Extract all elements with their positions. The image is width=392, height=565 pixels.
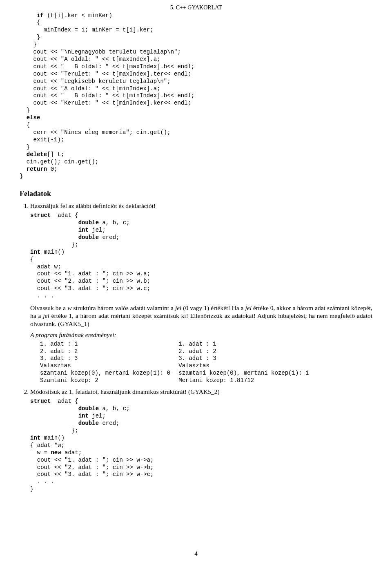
page-header: 5. C++ GYAKORLAT [20, 4, 372, 11]
text-fragment: (0 vagy 1) értékét! Ha a [181, 304, 245, 311]
page: 5. C++ GYAKORLAT if (t[i].ker < minKer) … [0, 0, 392, 565]
task-2-intro: Módosítsuk az 1. feladatot, használjunk … [30, 388, 220, 395]
task-1-output-right: 1. adat : 1 2. adat : 2 3. adat : 3 Vala… [178, 341, 309, 384]
section-heading: Feladatok [20, 189, 372, 199]
code-block-task1: struct adat { double a, b, c; int jel; d… [30, 212, 372, 300]
task-1-output-left: 1. adat : 1 2. adat : 2 3. adat : 3 Vala… [40, 341, 170, 384]
page-number: 4 [0, 550, 392, 558]
code-block-top: if (t[i].ker < minKer) { minIndex = i; m… [20, 12, 372, 181]
text-fragment: Olvassuk be a [30, 304, 67, 311]
italic-var: jel [43, 312, 49, 319]
task-1-run-caption: A program futásának eredményei: [30, 331, 372, 339]
text-fragment: értéke 1, a három adat mértani közepét s… [30, 312, 372, 327]
task-1: Használjuk fel az alábbi definíciót és d… [30, 202, 372, 384]
task-2: Módosítsuk az 1. feladatot, használjunk … [30, 388, 372, 493]
text-fragment: struktúra három valós adatát valamint a [71, 304, 175, 311]
code-block-task2: struct adat { double a, b, c; int jel; d… [30, 398, 372, 493]
task-1-results: 1. adat : 1 2. adat : 2 3. adat : 3 Vala… [40, 341, 372, 384]
italic-var: jel [245, 304, 252, 311]
task-list: Használjuk fel az alábbi definíciót és d… [20, 202, 372, 493]
task-1-intro: Használjuk fel az alábbi definíciót és d… [30, 202, 156, 209]
italic-var: w [67, 304, 71, 311]
task-1-paragraph: Olvassuk be a w struktúra három valós ad… [30, 304, 372, 328]
italic-var: jel [175, 304, 182, 311]
